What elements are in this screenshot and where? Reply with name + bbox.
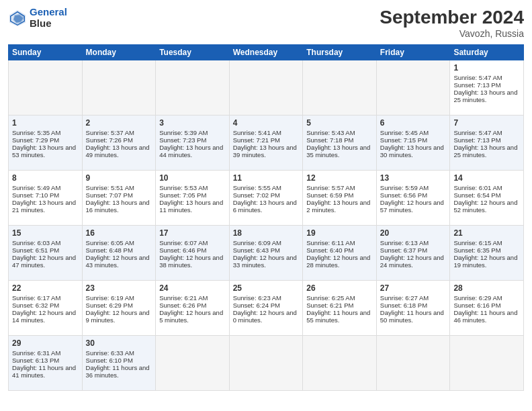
day-number: 26 bbox=[306, 283, 373, 293]
sunrise-text: Sunrise: 6:09 AM bbox=[233, 239, 300, 246]
daylight-text: Daylight: 13 hours and 16 minutes. bbox=[86, 199, 152, 214]
sunrise-text: Sunrise: 5:57 AM bbox=[306, 184, 373, 191]
day-number: 6 bbox=[380, 118, 447, 128]
sunset-text: Sunset: 6:32 PM bbox=[12, 302, 79, 309]
col-header-saturday: Saturday bbox=[450, 45, 524, 60]
sunset-text: Sunset: 7:21 PM bbox=[233, 136, 300, 144]
day-number: 14 bbox=[453, 173, 520, 183]
calendar-cell: 12Sunrise: 5:57 AMSunset: 6:59 PMDayligh… bbox=[303, 171, 377, 226]
sunrise-text: Sunrise: 5:47 AM bbox=[453, 74, 520, 81]
sunrise-text: Sunrise: 5:59 AM bbox=[380, 184, 447, 191]
calendar-cell: 7Sunrise: 5:47 AMSunset: 7:13 PMDaylight… bbox=[450, 116, 524, 171]
logo-line1: General bbox=[30, 6, 67, 17]
sunrise-text: Sunrise: 6:23 AM bbox=[233, 294, 300, 302]
col-header-sunday: Sunday bbox=[9, 45, 83, 60]
sunset-text: Sunset: 6:43 PM bbox=[233, 246, 300, 254]
title-block: September 2024 Vavozh, Russia bbox=[380, 7, 524, 39]
day-number: 17 bbox=[159, 228, 226, 238]
sunset-text: Sunset: 6:24 PM bbox=[233, 302, 300, 309]
sunset-text: Sunset: 7:29 PM bbox=[12, 136, 79, 144]
daylight-text: Daylight: 12 hours and 0 minutes. bbox=[233, 309, 300, 324]
day-number: 24 bbox=[159, 283, 226, 293]
calendar-page: General Blue September 2024 Vavozh, Russ… bbox=[0, 0, 532, 411]
calendar-cell: 21Sunrise: 6:15 AMSunset: 6:35 PMDayligh… bbox=[450, 226, 524, 281]
day-number: 3 bbox=[159, 118, 226, 128]
sunset-text: Sunset: 7:13 PM bbox=[453, 81, 520, 89]
sunset-text: Sunset: 6:48 PM bbox=[86, 246, 152, 254]
calendar-cell: 24Sunrise: 6:21 AMSunset: 6:26 PMDayligh… bbox=[156, 281, 230, 336]
daylight-text: Daylight: 12 hours and 43 minutes. bbox=[86, 254, 152, 269]
sunrise-text: Sunrise: 6:19 AM bbox=[86, 294, 152, 302]
daylight-text: Daylight: 12 hours and 28 minutes. bbox=[306, 254, 373, 269]
sunrise-text: Sunrise: 5:51 AM bbox=[86, 184, 152, 191]
col-header-tuesday: Tuesday bbox=[156, 45, 230, 60]
sunrise-text: Sunrise: 6:27 AM bbox=[380, 294, 447, 302]
sunrise-text: Sunrise: 5:55 AM bbox=[233, 184, 300, 191]
calendar-cell bbox=[82, 60, 156, 116]
week-row-1: 1Sunrise: 5:35 AMSunset: 7:29 PMDaylight… bbox=[9, 116, 524, 171]
calendar-cell bbox=[376, 336, 450, 391]
logo-icon bbox=[8, 9, 27, 28]
daylight-text: Daylight: 12 hours and 14 minutes. bbox=[12, 309, 79, 324]
day-number: 15 bbox=[12, 228, 79, 238]
month-title: September 2024 bbox=[380, 7, 524, 28]
col-header-monday: Monday bbox=[82, 45, 156, 60]
day-number: 10 bbox=[159, 173, 226, 183]
calendar-table: SundayMondayTuesdayWednesdayThursdayFrid… bbox=[8, 44, 524, 391]
calendar-cell: 29Sunrise: 6:31 AMSunset: 6:13 PMDayligh… bbox=[9, 336, 83, 391]
calendar-cell bbox=[303, 336, 377, 391]
day-number: 1 bbox=[453, 63, 520, 73]
calendar-cell: 19Sunrise: 6:11 AMSunset: 6:40 PMDayligh… bbox=[303, 226, 377, 281]
week-row-2: 8Sunrise: 5:49 AMSunset: 7:10 PMDaylight… bbox=[9, 171, 524, 226]
day-number: 21 bbox=[453, 228, 520, 238]
sunrise-text: Sunrise: 5:53 AM bbox=[159, 184, 226, 191]
day-number: 5 bbox=[306, 118, 373, 128]
sunset-text: Sunset: 7:18 PM bbox=[306, 136, 373, 144]
logo-line2: Blue bbox=[30, 18, 67, 30]
calendar-cell: 26Sunrise: 6:25 AMSunset: 6:21 PMDayligh… bbox=[303, 281, 377, 336]
day-number: 4 bbox=[233, 118, 300, 128]
daylight-text: Daylight: 13 hours and 6 minutes. bbox=[233, 199, 300, 214]
daylight-text: Daylight: 12 hours and 9 minutes. bbox=[86, 309, 152, 324]
sunset-text: Sunset: 7:05 PM bbox=[159, 191, 226, 199]
calendar-cell: 22Sunrise: 6:17 AMSunset: 6:32 PMDayligh… bbox=[9, 281, 83, 336]
daylight-text: Daylight: 12 hours and 47 minutes. bbox=[12, 254, 79, 269]
sunset-text: Sunset: 7:15 PM bbox=[380, 136, 447, 144]
calendar-cell: 1Sunrise: 5:35 AMSunset: 7:29 PMDaylight… bbox=[9, 116, 83, 171]
daylight-text: Daylight: 13 hours and 21 minutes. bbox=[12, 199, 79, 214]
day-number: 7 bbox=[453, 118, 520, 128]
day-number: 20 bbox=[380, 228, 447, 238]
sunrise-text: Sunrise: 5:45 AM bbox=[380, 129, 447, 136]
daylight-text: Daylight: 11 hours and 41 minutes. bbox=[12, 364, 79, 379]
calendar-cell: 3Sunrise: 5:39 AMSunset: 7:23 PMDaylight… bbox=[156, 116, 230, 171]
sunset-text: Sunset: 6:13 PM bbox=[12, 357, 79, 364]
sunset-text: Sunset: 7:10 PM bbox=[12, 191, 79, 199]
calendar-cell bbox=[303, 60, 377, 116]
day-number: 12 bbox=[306, 173, 373, 183]
sunset-text: Sunset: 6:35 PM bbox=[453, 246, 520, 254]
calendar-cell bbox=[229, 336, 303, 391]
sunset-text: Sunset: 7:07 PM bbox=[86, 191, 152, 199]
sunset-text: Sunset: 6:10 PM bbox=[86, 357, 152, 364]
sunset-text: Sunset: 6:16 PM bbox=[453, 302, 520, 309]
sunrise-text: Sunrise: 6:29 AM bbox=[453, 294, 520, 302]
day-number: 30 bbox=[86, 338, 152, 348]
calendar-cell: 28Sunrise: 6:29 AMSunset: 6:16 PMDayligh… bbox=[450, 281, 524, 336]
week-row-3: 15Sunrise: 6:03 AMSunset: 6:51 PMDayligh… bbox=[9, 226, 524, 281]
daylight-text: Daylight: 13 hours and 44 minutes. bbox=[159, 144, 226, 158]
calendar-cell: 5Sunrise: 5:43 AMSunset: 7:18 PMDaylight… bbox=[303, 116, 377, 171]
sunset-text: Sunset: 7:23 PM bbox=[159, 136, 226, 144]
day-number: 8 bbox=[12, 173, 79, 183]
sunset-text: Sunset: 6:54 PM bbox=[453, 191, 520, 199]
daylight-text: Daylight: 12 hours and 33 minutes. bbox=[233, 254, 300, 269]
logo: General Blue bbox=[8, 7, 67, 29]
calendar-cell: 1Sunrise: 5:47 AMSunset: 7:13 PMDaylight… bbox=[450, 60, 524, 116]
day-number: 18 bbox=[233, 228, 300, 238]
sunset-text: Sunset: 6:29 PM bbox=[86, 302, 152, 309]
calendar-cell: 17Sunrise: 6:07 AMSunset: 6:46 PMDayligh… bbox=[156, 226, 230, 281]
daylight-text: Daylight: 13 hours and 35 minutes. bbox=[306, 144, 373, 158]
daylight-text: Daylight: 13 hours and 25 minutes. bbox=[453, 89, 520, 103]
calendar-cell bbox=[229, 60, 303, 116]
logo-text: General Blue bbox=[30, 7, 67, 29]
day-number: 13 bbox=[380, 173, 447, 183]
